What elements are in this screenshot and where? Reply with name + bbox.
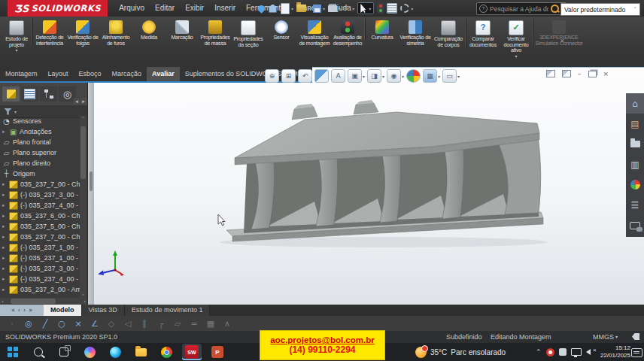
chamfer-tool-icon[interactable]: ∠ (87, 319, 102, 329)
restore-document-button[interactable] (588, 71, 597, 77)
expand-arrow-icon[interactable]: ▸ (2, 129, 7, 135)
view-orientation-icon[interactable]: ▣ ▾ (348, 69, 365, 83)
expand-arrow-icon[interactable]: ▸ (2, 255, 7, 261)
design-study-button[interactable]: Estudo de projeto ▾ (2, 19, 32, 52)
chevron-down-icon[interactable]: ▾ (615, 331, 618, 343)
powerpoint-icon[interactable]: P (208, 344, 227, 360)
parallelogram-icon[interactable]: ▱ (170, 319, 185, 329)
tree-item[interactable]: ▸ (-) 035_237_1_00 - Ar (0, 242, 80, 253)
document-tab[interactable]: Vistas 3D (82, 305, 125, 316)
configurationmanager-tab[interactable] (40, 86, 57, 102)
units-label[interactable]: MMGS (593, 331, 614, 343)
last-tab-button[interactable]: » (29, 307, 32, 314)
forum-icon[interactable] (626, 215, 644, 235)
expand-arrow-icon[interactable]: ▸ (2, 276, 7, 282)
tree-item[interactable]: ▸ ▣ Anotações (0, 126, 80, 137)
check-active-document-button[interactable]: ✓ Verificar documento ativo ▾ (500, 19, 533, 58)
performance-evaluation-button[interactable]: Avaliação de desempenho ▾ (331, 19, 364, 46)
home-icon[interactable]: ▾ (268, 5, 278, 13)
view-settings-icon[interactable]: ▭ ▾ (442, 69, 460, 83)
appearances-icon[interactable] (626, 174, 644, 195)
document-tab[interactable]: Modelo (44, 305, 82, 316)
menu-item[interactable]: Arquivo (114, 0, 150, 17)
tree-item[interactable]: ▸ ┼ Origem (0, 168, 80, 179)
chevron-down-icon[interactable]: ▾ (382, 74, 384, 79)
edge-icon[interactable] (105, 344, 125, 360)
chevron-down-icon[interactable]: ▾ (438, 74, 440, 79)
command-tab[interactable]: Layout (43, 67, 74, 81)
network-icon[interactable] (571, 348, 582, 356)
display-style-icon[interactable]: ◨ ▾ (367, 69, 384, 83)
chevron-down-icon[interactable]: ▾ (402, 74, 404, 79)
linear-pattern-icon[interactable]: ▦ (203, 319, 218, 329)
document-tab[interactable]: Estudo de movimento 1 (125, 305, 211, 316)
notification-center-icon[interactable] (631, 348, 642, 357)
move-entities-icon[interactable]: ∧ (220, 319, 235, 329)
apply-scene-icon[interactable]: ▦ ▾ (423, 69, 440, 83)
tree-item[interactable]: ▸ 035_237_7_00 - Chap (0, 232, 80, 242)
chevron-down-icon[interactable]: ▾ (411, 6, 413, 11)
ellipse-tool-icon[interactable]: ○ (54, 319, 69, 329)
expand-arrow-icon[interactable]: ▸ (2, 234, 7, 240)
chevron-down-icon[interactable]: ▾ (14, 109, 17, 114)
new-document-icon[interactable]: ▾ (281, 3, 293, 14)
line-tool-icon[interactable]: ╱ (38, 319, 53, 329)
clearance-verification-button[interactable]: Verificação de folgas ▾ (66, 19, 99, 46)
chevron-down-icon[interactable]: ▾ (323, 6, 325, 11)
tree-item[interactable]: ▸ ◔ Sensores (0, 116, 80, 126)
chevron-down-icon[interactable]: ▾ (369, 6, 371, 11)
weather-widget[interactable]: 35°C Parc ensolarado (415, 343, 506, 361)
command-tab[interactable]: Avaliar (147, 67, 180, 81)
settings-gear-icon[interactable]: ▾ (400, 4, 413, 13)
first-tab-button[interactable]: « (11, 307, 15, 314)
chevron-down-icon[interactable]: ▾ (308, 6, 310, 11)
app-tray-icon[interactable] (559, 348, 567, 356)
expand-arrow-icon[interactable]: ▸ (2, 244, 7, 250)
filter-funnel-icon[interactable] (4, 108, 12, 115)
scroll-right-icon[interactable]: › (84, 299, 86, 305)
tree-item[interactable]: ▸ (-) 035_237_3_00 - Ch (0, 263, 80, 274)
equal-relation-icon[interactable]: = (187, 319, 202, 329)
search-icon[interactable] (551, 5, 559, 13)
panel-splitter[interactable] (88, 83, 94, 305)
print-icon[interactable]: ▾ (328, 5, 341, 12)
split-horizontal-icon[interactable] (546, 70, 555, 77)
options-list-icon[interactable]: ▾ (387, 3, 397, 14)
tree-item[interactable]: ▸ 035_237_2_00 - Armd (0, 284, 80, 295)
recorder-tray-icon[interactable] (546, 348, 554, 356)
section-view-icon[interactable]: ▾ (314, 69, 329, 83)
3dexperience-simulation-connector-button[interactable]: 3DEXPERIENCE Simulation Connector ▾ (533, 19, 584, 46)
expand-arrow-icon[interactable]: ▸ (2, 213, 7, 219)
split-vertical-icon[interactable] (562, 70, 571, 77)
file-explorer-icon[interactable] (626, 134, 644, 154)
tray-expand-icon[interactable]: ⌃ (536, 348, 542, 356)
scrollbar-thumb[interactable] (80, 126, 86, 179)
corner-rectangle-icon[interactable]: ┌ (153, 319, 169, 329)
chevron-down-icon[interactable]: ▾ (352, 6, 354, 11)
tag-icon[interactable] (632, 333, 639, 340)
mirror-entities-icon[interactable]: ◁ (120, 319, 135, 329)
design-library-icon[interactable]: ▤ (626, 114, 644, 134)
expand-arrow-icon[interactable]: ▸ (2, 223, 7, 229)
mass-properties-button[interactable]: Propriedades de massa ▾ (199, 19, 232, 46)
tree-item[interactable]: ▸ 035_237_7_00 - Chap (0, 179, 80, 190)
tree-item[interactable]: ▸ 035_237_5_00 - Chap (0, 221, 80, 232)
menu-item[interactable]: Exibir (180, 0, 209, 17)
dynamic-annotation-views-icon[interactable]: A ▾ (331, 69, 345, 83)
copilot-icon[interactable] (80, 344, 99, 360)
panel-tabs-right-icon[interactable]: ▸ (80, 98, 87, 105)
minimize-document-button[interactable]: – (578, 70, 582, 77)
prev-tab-button[interactable]: ‹ (18, 307, 20, 314)
interference-detection-button[interactable]: Detecção de interferência ▾ (32, 19, 66, 46)
rebuild-traffic-light-icon[interactable]: ▾ (377, 3, 384, 14)
open-document-icon[interactable]: ▾ (296, 5, 310, 12)
zoom-to-area-icon[interactable]: ⊞ ▾ (281, 69, 296, 83)
select-tool-icon[interactable]: · (5, 319, 20, 329)
scroll-up-icon[interactable]: ˄ (82, 116, 84, 121)
trim-entities-icon[interactable]: × (71, 319, 86, 329)
start-button[interactable] (3, 344, 23, 360)
menu-item[interactable]: Inserir (209, 0, 241, 17)
custom-properties-icon[interactable]: ☰ (626, 195, 644, 215)
featuremanager-tree-tab[interactable] (2, 86, 20, 102)
zoom-to-fit-icon[interactable]: ⊕ ▾ (265, 69, 279, 83)
